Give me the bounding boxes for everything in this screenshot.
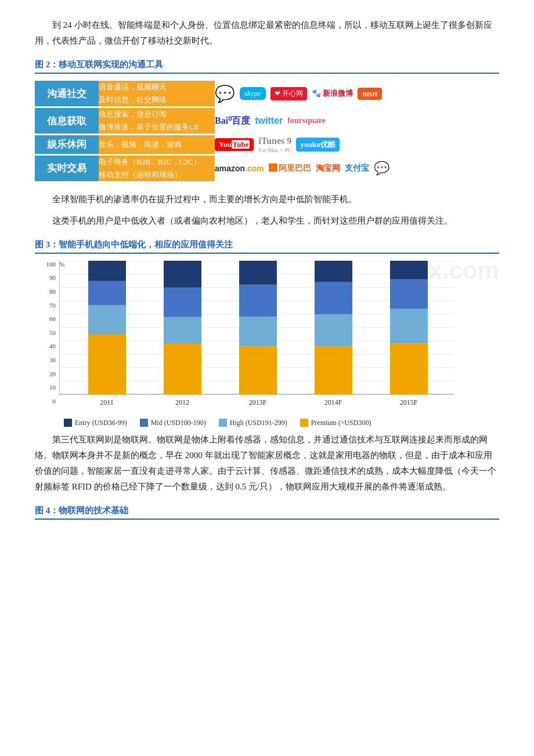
wechat-logo-2: 💬 bbox=[374, 161, 389, 176]
legend-high: High (USD191-299) bbox=[219, 419, 287, 427]
para-2: 这类手机的用户是中低收入者（或者偏向农村地区），老人和学生，而针对这些用户群的应… bbox=[35, 213, 499, 229]
figure-3-title: 图 3：智能手机趋向中低端化，相应的应用值得关注 bbox=[35, 239, 499, 254]
skype-logo: skype bbox=[240, 87, 266, 100]
y-label-60: 60 bbox=[49, 315, 56, 322]
legend-color-mid bbox=[140, 419, 148, 427]
svg-rect-26 bbox=[239, 261, 277, 285]
foursquare-logo: foursquare bbox=[287, 116, 326, 125]
svg-rect-32 bbox=[390, 309, 428, 344]
figure-2-title: 图 2：移动互联网实现的沟通工具 bbox=[35, 59, 499, 74]
youtube-logo: YouTube bbox=[215, 138, 254, 151]
baidu-logo: Bai⁰百度 bbox=[215, 115, 250, 127]
kaixin-logo: ❤ 开心网 bbox=[270, 87, 307, 100]
legend-color-high bbox=[219, 419, 227, 427]
desc-cell: 语音通话，视频聊天及时信息，社交网络 bbox=[99, 81, 215, 106]
svg-rect-13 bbox=[88, 305, 126, 334]
desc-cell: 音乐，视频，阅读，游戏 bbox=[99, 135, 215, 153]
legend-label-high: High (USD191-299) bbox=[230, 419, 287, 427]
svg-rect-33 bbox=[390, 279, 428, 309]
chart-legend: Entry (USD36-99) Mid (USD100-190) High (… bbox=[64, 419, 499, 427]
amazon-logo: amazon.com bbox=[215, 164, 264, 173]
x-label-2012: 2012 bbox=[175, 398, 189, 406]
category-cell: 娱乐休闲 bbox=[35, 135, 99, 153]
x-label-2015f: 2015F bbox=[400, 398, 418, 406]
y-axis-percent: % bbox=[59, 261, 64, 268]
svg-rect-28 bbox=[315, 314, 352, 346]
logo-row: 💬 skype ❤ 开心网 🐾 新浪微博 msn bbox=[215, 84, 499, 103]
logo-row: amazon.com 🅰 阿里巴巴 淘宝网 支付宝 💬 bbox=[215, 161, 499, 176]
svg-rect-23 bbox=[239, 346, 277, 394]
svg-rect-14 bbox=[88, 280, 126, 304]
svg-rect-34 bbox=[390, 261, 428, 279]
weibo-logo: 🐾 新浪微博 bbox=[312, 88, 353, 99]
y-label-20: 20 bbox=[49, 370, 56, 377]
para-3: 第三代互联网则是物联网。物联网是物体上附着传感器，感知信息，并通过通信技术与互联… bbox=[35, 432, 499, 495]
category-cell: 沟通社交 bbox=[35, 81, 99, 106]
y-label-30: 30 bbox=[49, 357, 56, 363]
itunes-for-mac: For Mac + PC bbox=[258, 147, 291, 154]
taobao-logo: 淘宝网 bbox=[316, 163, 340, 174]
table-row: 沟通社交 语音通话，视频聊天及时信息，社交网络 💬 skype ❤ 开心网 🐾 … bbox=[35, 81, 499, 106]
figure-4-title: 图 4：物联网的技术基础 bbox=[35, 505, 499, 520]
category-cell: 实时交易 bbox=[35, 156, 99, 181]
legend-color-premium bbox=[300, 419, 308, 427]
y-label-0: 0 bbox=[53, 398, 56, 405]
svg-rect-24 bbox=[239, 316, 277, 346]
itunes-logo: iTunes 9 For Mac + PC bbox=[258, 135, 291, 153]
desc-cell: 电子商务（B2B，B2C，C2C）移动支付（远程和现场） bbox=[99, 156, 215, 181]
x-label-2014f: 2014F bbox=[324, 398, 342, 406]
logos-cell: YouTube iTunes 9 For Mac + PC youku优酷 bbox=[215, 135, 499, 153]
svg-rect-19 bbox=[164, 343, 201, 394]
logos-cell: 💬 skype ❤ 开心网 🐾 新浪微博 msn bbox=[215, 81, 499, 106]
alipay-logo: 支付宝 bbox=[345, 163, 369, 174]
msn-logo: msn bbox=[358, 88, 382, 100]
logo-row: Bai⁰百度 twitter foursquare bbox=[215, 115, 499, 127]
svg-rect-31 bbox=[390, 343, 428, 394]
category-cell: 信息获取 bbox=[35, 108, 99, 134]
legend-label-mid: Mid (USD100-190) bbox=[151, 419, 206, 427]
chart-container: 0 10 20 30 40 50 60 70 80 90 100 % bbox=[35, 261, 499, 427]
svg-rect-22 bbox=[164, 261, 201, 287]
svg-rect-29 bbox=[315, 282, 352, 314]
y-label-40: 40 bbox=[49, 343, 56, 350]
logo-row: YouTube iTunes 9 For Mac + PC youku优酷 bbox=[215, 135, 499, 153]
svg-rect-21 bbox=[164, 287, 201, 317]
legend-label-premium: Premium (>USD300) bbox=[311, 419, 371, 427]
table-row: 实时交易 电子商务（B2B，B2C，C2C）移动支付（远程和现场） amazon… bbox=[35, 156, 499, 181]
legend-mid: Mid (USD100-190) bbox=[140, 419, 206, 427]
twitter-logo: twitter bbox=[255, 116, 283, 126]
wechat-logo: 💬 bbox=[215, 84, 235, 103]
chart-layout: 0 10 20 30 40 50 60 70 80 90 100 % bbox=[35, 261, 499, 414]
itunes-main: iTunes 9 bbox=[259, 135, 292, 146]
intro-paragraph-1: 到 24 小时在线。智能终端是和个人身份、位置信息绑定最紧密的信息终端，所以，移… bbox=[35, 17, 499, 49]
y-label-50: 50 bbox=[49, 329, 56, 336]
desc-cell: 信息搜索，信息订阅微博推送，基于位置的服务LB bbox=[99, 108, 215, 134]
x-label-2011: 2011 bbox=[100, 398, 114, 406]
page-content: 到 24 小时在线。智能终端是和个人身份、位置信息绑定最紧密的信息终端，所以，移… bbox=[35, 17, 499, 520]
y-label-10: 10 bbox=[49, 384, 56, 391]
figure-2-table: 沟通社交 语音通话，视频聊天及时信息，社交网络 💬 skype ❤ 开心网 🐾 … bbox=[35, 81, 499, 181]
logos-cell: amazon.com 🅰 阿里巴巴 淘宝网 支付宝 💬 bbox=[215, 156, 499, 181]
bars-area: % bbox=[59, 261, 499, 414]
legend-color-entry bbox=[64, 419, 72, 427]
chart-svg: 2011 2012 2013F 2014F 2015F bbox=[59, 261, 454, 412]
table-row: 娱乐休闲 音乐，视频，阅读，游戏 YouTube iTunes 9 For Ma… bbox=[35, 135, 499, 153]
y-label-80: 80 bbox=[49, 288, 56, 295]
legend-entry: Entry (USD36-99) bbox=[64, 419, 127, 427]
svg-rect-27 bbox=[315, 346, 352, 394]
svg-rect-15 bbox=[88, 261, 126, 281]
y-label-90: 90 bbox=[49, 274, 56, 281]
figure-3-section: 图 3：智能手机趋向中低端化，相应的应用值得关注 x.com 0 10 20 3… bbox=[35, 239, 499, 427]
x-label-2013f: 2013F bbox=[249, 398, 267, 406]
logos-cell: Bai⁰百度 twitter foursquare bbox=[215, 108, 499, 134]
alibaba-logo: 🅰 阿里巴巴 bbox=[269, 163, 312, 174]
y-label-100: 100 bbox=[46, 261, 56, 268]
legend-premium: Premium (>USD300) bbox=[300, 419, 371, 427]
svg-rect-25 bbox=[239, 285, 277, 316]
youku-logo: youku优酷 bbox=[296, 138, 340, 152]
y-label-70: 70 bbox=[49, 302, 56, 309]
table-row: 信息获取 信息搜索，信息订阅微博推送，基于位置的服务LB Bai⁰百度 twit… bbox=[35, 108, 499, 134]
para-1: 全球智能手机的渗透率仍在提升过程中，而主要的增长方向是中低阶智能手机。 bbox=[35, 192, 499, 207]
legend-label-entry: Entry (USD36-99) bbox=[75, 419, 127, 427]
svg-rect-20 bbox=[164, 316, 201, 343]
